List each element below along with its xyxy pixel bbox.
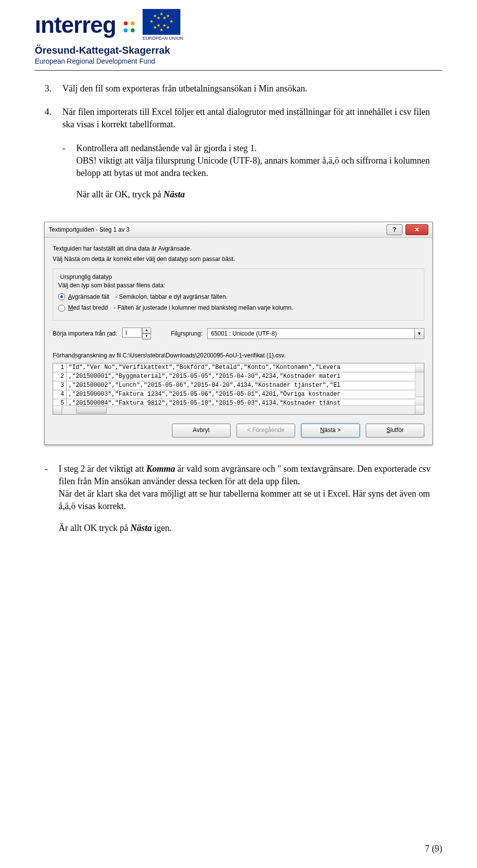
next-button[interactable]: Nästa > (301, 424, 360, 437)
question-icon: ? (393, 226, 396, 234)
bullet-dash: - (45, 463, 48, 534)
radio-fixed-row[interactable]: Med fast bredd - Fälten är justerade i k… (58, 304, 419, 312)
radio-delimited-desc: - Semikolon, tabbar e dyl avgränsar fält… (115, 293, 227, 301)
page-header: ınterreg ★ ★ ★ ★ ★ ★ (35, 9, 442, 71)
header-divider (35, 70, 442, 71)
file-origin-label: Filursprung: (171, 330, 202, 338)
datatype-prompt: Välj den typ som bäst passar filens data… (58, 281, 419, 290)
file-origin-combo[interactable]: 65001 : Unicode (UTF-8) ▼ (207, 328, 424, 339)
fund-name: European Regional Development Fund (35, 57, 442, 65)
document-body: 3. Välj den fil som exporteras från utbe… (35, 83, 442, 534)
logo-dots-icon (122, 19, 137, 34)
page-number: 7 (9) (425, 844, 443, 854)
dialog-titlebar[interactable]: Textimportguiden - Steg 1 av 3 ? ✕ (45, 222, 432, 238)
start-row-label: Börja importera från rad: (53, 330, 117, 338)
interreg-logo: ınterreg (35, 11, 137, 38)
svg-point-0 (124, 21, 128, 25)
scroll-left-icon[interactable] (53, 406, 62, 414)
svg-point-1 (131, 21, 135, 25)
spinner-up-icon[interactable]: ▲ (142, 328, 151, 334)
scroll-right-icon[interactable] (415, 406, 424, 414)
svg-point-3 (124, 28, 128, 32)
step-3-number: 3. (45, 83, 52, 95)
step-3: 3. Välj den fil som exporteras från utbe… (45, 83, 442, 95)
start-row-input[interactable] (122, 328, 142, 338)
datatype-group: Ursprunglig datatyp Välj den typ som bäs… (53, 268, 424, 321)
substep-1-line-a: Kontrollera att nedanstående val är gjor… (77, 142, 443, 155)
file-origin-value: 65001 : Unicode (UTF-8) (207, 328, 415, 339)
radio-fixed-label: Med fast bredd (68, 304, 108, 312)
eu-flag-block: ★ ★ ★ ★ ★ ★ ★ ★ ★ ★ ★ ★ EUROPEAN UNION (143, 9, 183, 41)
bullet-dash: - (63, 142, 66, 201)
substep-2-line-2: När det är klart ska det vara möjligt at… (59, 488, 442, 513)
preview-row: 4,"201500003","Faktura 1234","2015-05-06… (53, 390, 424, 399)
help-button[interactable]: ? (387, 224, 402, 235)
dialog-info-line-1: Textguiden har fastställt att dina data … (53, 245, 424, 253)
horizontal-scrollbar[interactable] (53, 405, 424, 414)
scroll-thumb[interactable] (76, 406, 107, 414)
dialog-title: Textimportguiden - Steg 1 av 3 (49, 226, 384, 234)
step-4-number: 4. (45, 106, 52, 207)
back-button: < Föregående (237, 424, 295, 437)
preview-box: 1"Id","Ver No","Verifikattext","Bokförd"… (53, 363, 424, 415)
step-4-text: När filen importerats till Excel följer … (63, 106, 443, 131)
chevron-down-icon[interactable]: ▼ (415, 328, 424, 339)
preview-row: 1"Id","Ver No","Verifikattext","Bokförd"… (53, 363, 424, 372)
substep-1-line-c: När allt är OK, tryck på Nästa (77, 188, 443, 201)
step-4: 4. När filen importerats till Excel följ… (45, 106, 442, 207)
close-icon: ✕ (414, 226, 419, 234)
substep-1: - Kontrollera att nedanstående val är gj… (63, 142, 443, 201)
program-name: Öresund-Kattegat-Skagerrak (35, 45, 442, 56)
step-3-text: Välj den fil som exporteras från utbetal… (63, 83, 443, 95)
substep-1-line-b: OBS! viktigt att välja filursprung Unico… (77, 155, 443, 179)
eu-caption: EUROPEAN UNION (143, 36, 183, 41)
radio-delimited-label: Avgränsade fält (68, 293, 109, 301)
vertical-scrollbar[interactable] (415, 363, 424, 406)
svg-point-2 (131, 28, 135, 32)
radio-delimited[interactable] (58, 293, 65, 300)
preview-row: 3,"201500002","Lunch","2015-05-06","2015… (53, 381, 424, 390)
radio-delimited-row[interactable]: Avgränsade fält - Semikolon, tabbar e dy… (58, 293, 419, 301)
dialog-info-line-2: Välj Nästa om detta är korrekt eller väl… (53, 255, 424, 263)
substep-2-line-3: Är allt OK tryck på Nästa igen. (59, 522, 442, 534)
finish-button[interactable]: Slutför (366, 424, 424, 437)
preview-label: Förhandsgranskning av fil C:\Users\stebr… (53, 351, 424, 360)
start-row-spinner[interactable]: ▲ ▼ (122, 328, 151, 340)
spinner-down-icon[interactable]: ▼ (142, 334, 151, 340)
radio-fixed[interactable] (58, 305, 65, 312)
preview-row: 2,"201500001","Byggmaterial","2015-05-05… (53, 372, 424, 381)
close-button[interactable]: ✕ (405, 224, 428, 235)
substep-2: - I steg 2 är det viktigt att Komma är v… (45, 463, 442, 534)
substep-2-line-1: I steg 2 är det viktigt att Komma är val… (59, 463, 442, 488)
text-import-wizard-dialog: Textimportguiden - Steg 1 av 3 ? ✕ Textg… (44, 222, 433, 445)
eu-flag-icon: ★ ★ ★ ★ ★ ★ ★ ★ ★ ★ ★ ★ (143, 9, 180, 35)
datatype-group-title: Ursprunglig datatyp (58, 273, 114, 281)
cancel-button[interactable]: Avbryt (172, 424, 231, 437)
radio-fixed-desc: - Fälten är justerade i kolumner med bla… (114, 304, 293, 312)
